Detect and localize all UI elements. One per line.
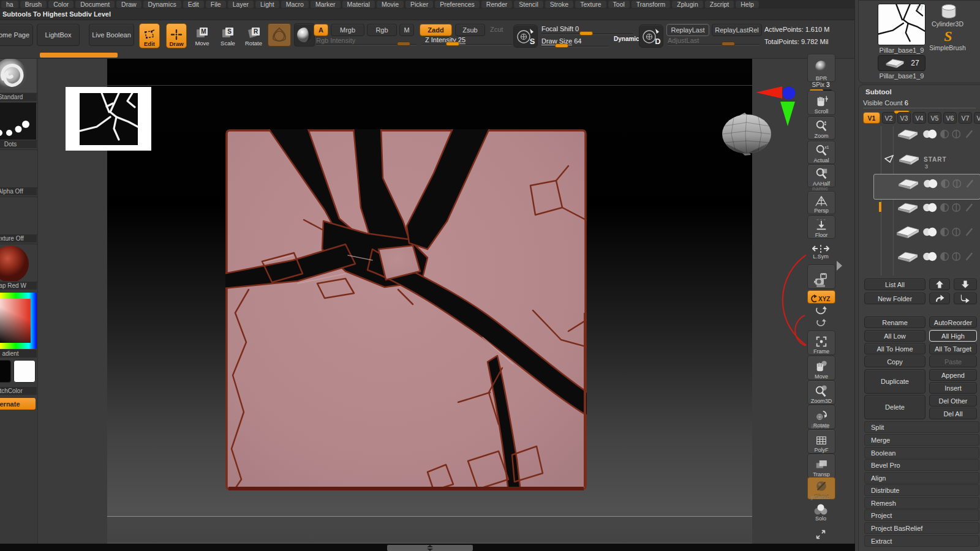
tray-thumb-dots-stroke[interactable] bbox=[0, 102, 38, 141]
menu-item-movie[interactable]: Movie bbox=[377, 1, 404, 8]
subtool-row-selected[interactable] bbox=[873, 174, 980, 200]
subtool-tab-v4[interactable]: V4 bbox=[913, 112, 926, 124]
menu-item-brush[interactable]: Brush bbox=[20, 1, 47, 8]
replay-last-button[interactable]: ReplayLast bbox=[666, 24, 709, 36]
subtool-tab-v7[interactable]: V7 bbox=[959, 112, 972, 124]
scale-button[interactable]: S Scale bbox=[214, 23, 241, 47]
home-page-button[interactable]: ome Page bbox=[0, 24, 33, 46]
shelf-Transp-button[interactable]: Transp bbox=[807, 454, 835, 478]
draw-size-slider[interactable] bbox=[541, 46, 609, 47]
menu-item-picker[interactable]: Picker bbox=[405, 1, 433, 8]
recent-tool-cylinder-label[interactable]: Cylinder3D bbox=[917, 20, 978, 28]
move-up-button[interactable] bbox=[929, 279, 950, 290]
menu-item-edit[interactable]: Edit bbox=[183, 1, 204, 8]
project-basrelief-button[interactable]: Project BasRelief bbox=[864, 522, 979, 534]
zsub-button[interactable]: Zsub bbox=[455, 24, 485, 36]
subtool-tab-v1[interactable]: V1 bbox=[863, 112, 880, 124]
subtool-toggle-icons[interactable] bbox=[921, 178, 974, 190]
shelf-BPR-button[interactable]: BPR bbox=[807, 54, 835, 82]
all-to-home-button[interactable]: All To Home bbox=[864, 343, 925, 354]
panel-divider-arrow[interactable] bbox=[837, 261, 842, 271]
rename-button[interactable]: Rename bbox=[864, 317, 925, 328]
color-picker[interactable] bbox=[0, 293, 37, 349]
shelf-Floor-button[interactable]: Floor bbox=[807, 216, 835, 239]
menu-item-document[interactable]: Document bbox=[75, 1, 115, 8]
subtool-tab-v6[interactable]: V6 bbox=[943, 112, 957, 124]
move-button[interactable]: M Move bbox=[189, 23, 216, 47]
adjust-last-slider[interactable] bbox=[668, 44, 760, 45]
move-into-button[interactable] bbox=[954, 293, 977, 304]
menu-item-material[interactable]: Material bbox=[342, 1, 375, 8]
shelf-Persp-button[interactable]: Persp bbox=[807, 191, 835, 214]
boolean-button[interactable]: Boolean bbox=[864, 447, 979, 459]
tray-thumb-blank[interactable] bbox=[0, 197, 38, 236]
menu-item-dynamics[interactable]: Dynamics bbox=[143, 1, 181, 8]
subtool-tab-v8[interactable]: V8 bbox=[974, 112, 980, 124]
extract-button[interactable]: Extract bbox=[864, 535, 979, 547]
subtool-row[interactable] bbox=[873, 223, 979, 247]
current-material-button[interactable] bbox=[294, 23, 315, 47]
recent-tool-cylinder[interactable] bbox=[940, 4, 957, 20]
merge-button[interactable]: Merge bbox=[864, 434, 979, 446]
delete-button[interactable]: Delete bbox=[864, 395, 925, 419]
zadd-button[interactable]: Zadd bbox=[420, 24, 452, 36]
menu-item-draw[interactable]: Draw bbox=[116, 1, 141, 8]
menu-item-texture[interactable]: Texture bbox=[575, 1, 606, 8]
visible-count-slider[interactable]: Visible Count 6 bbox=[863, 99, 976, 108]
project-button[interactable]: Project bbox=[864, 509, 979, 521]
menu-item-zplugin[interactable]: Zplugin bbox=[672, 1, 703, 8]
subtool-toggle-icons[interactable] bbox=[920, 226, 974, 238]
insert-button[interactable]: Insert bbox=[929, 382, 977, 394]
remesh-button[interactable]: Remesh bbox=[864, 497, 979, 509]
switch-color-label[interactable]: itchColor bbox=[0, 387, 37, 395]
split-button[interactable]: Split bbox=[864, 421, 979, 433]
subtool-row[interactable]: START3 bbox=[873, 149, 979, 174]
subtool-tab-v2[interactable]: V2 bbox=[882, 112, 895, 124]
subtool-row[interactable] bbox=[873, 247, 979, 272]
tray-thumb-red-matcap[interactable] bbox=[0, 244, 38, 283]
sculpt-tile[interactable] bbox=[225, 129, 587, 490]
paint-a-button[interactable]: A bbox=[314, 24, 328, 36]
paint-mrgb-button[interactable]: Mrgb bbox=[331, 24, 364, 36]
bevel-pro-button[interactable]: Bevel Pro bbox=[864, 459, 979, 471]
shelf-Frame-button[interactable]: Frame bbox=[807, 331, 835, 355]
del-other-button[interactable]: Del Other bbox=[929, 395, 977, 407]
subtool-quick-thumbnail[interactable]: 27 bbox=[878, 55, 925, 71]
menu-item-ha[interactable]: ha bbox=[1, 1, 18, 8]
subtool-toggle-icons[interactable] bbox=[920, 201, 974, 214]
menu-item-stencil[interactable]: Stencil bbox=[514, 1, 543, 8]
align-button[interactable]: Align bbox=[864, 472, 979, 484]
alternate-button[interactable]: ernate bbox=[0, 398, 36, 410]
secondary-color-swatch[interactable] bbox=[13, 360, 36, 383]
subtool-toggle-icons[interactable] bbox=[920, 128, 974, 140]
copy-button[interactable]: Copy bbox=[864, 356, 925, 367]
menu-item-layer[interactable]: Layer bbox=[228, 1, 254, 8]
shelf-Move-button[interactable]: Move bbox=[807, 356, 835, 380]
subtool-title[interactable]: Subtool bbox=[865, 88, 892, 96]
list-all-button[interactable]: List All bbox=[864, 279, 925, 290]
menu-item-color[interactable]: Color bbox=[48, 1, 74, 8]
subtool-tab-v5[interactable]: V5 bbox=[928, 112, 941, 124]
subtool-toggle-icons[interactable] bbox=[920, 250, 974, 263]
tray-thumb-standard-brush[interactable] bbox=[0, 59, 38, 94]
rgb-intensity-handle[interactable] bbox=[397, 42, 410, 46]
paint-m-button[interactable]: M bbox=[399, 24, 414, 36]
menu-item-tool[interactable]: Tool bbox=[608, 1, 630, 8]
adjust-last-handle[interactable] bbox=[722, 42, 735, 46]
polysphere-object[interactable] bbox=[722, 113, 772, 156]
stroke-curve-d-button[interactable]: D bbox=[639, 24, 663, 48]
main-color-swatch[interactable] bbox=[0, 360, 11, 383]
draw-size-handle[interactable] bbox=[555, 43, 568, 48]
stroke-curve-s-button[interactable]: S bbox=[513, 24, 538, 48]
shelf-corner-arrows-button[interactable] bbox=[807, 523, 834, 541]
subtool-tab-v3[interactable]: V3 bbox=[897, 112, 911, 124]
shelf-rotate-y-button[interactable] bbox=[807, 304, 834, 316]
paste-button[interactable]: Paste bbox=[929, 356, 977, 367]
tray-splitter-handle[interactable] bbox=[387, 545, 473, 551]
paint-rgb-button[interactable]: Rgb bbox=[367, 24, 397, 36]
del-all-button[interactable]: Del All bbox=[929, 408, 977, 419]
subtool-row[interactable] bbox=[873, 125, 979, 149]
draw-button[interactable]: Draw bbox=[166, 23, 187, 48]
move-down-button[interactable] bbox=[954, 279, 977, 290]
all-to-target-button[interactable]: All To Target bbox=[929, 343, 977, 354]
